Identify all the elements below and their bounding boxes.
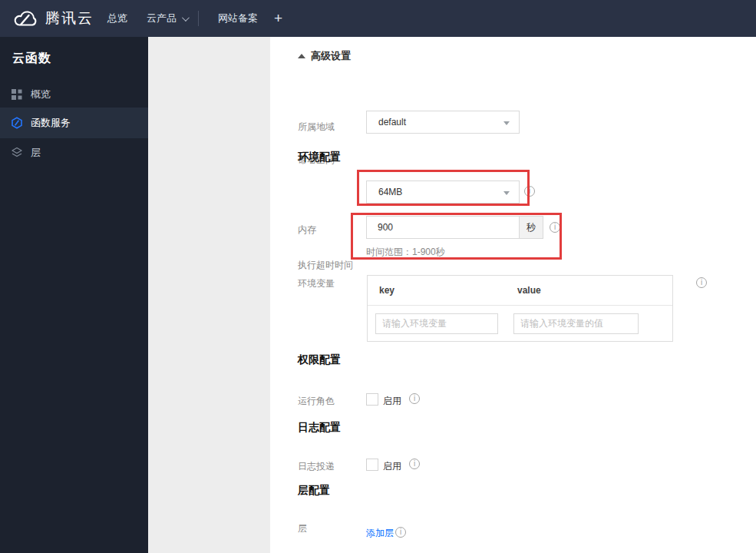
timeout-input-group: 秒	[366, 216, 543, 239]
grid-overview-icon	[11, 88, 23, 101]
tencent-cloud-logo-icon	[12, 8, 38, 28]
nav-overview-label: 总览	[107, 12, 127, 25]
log-enable-checkbox[interactable]	[366, 459, 378, 471]
timeout-unit: 秒	[520, 216, 543, 239]
env-vars-info-icon[interactable]: i	[696, 277, 707, 288]
dropdown-caret-icon	[503, 121, 510, 125]
layer-info-icon[interactable]: i	[395, 527, 406, 538]
env-key-input[interactable]	[375, 313, 498, 334]
nav-divider	[198, 11, 199, 26]
timeout-label: 执行超时时间	[298, 259, 353, 272]
namespace-select-value: default	[378, 117, 406, 127]
section-log-config: 日志配置	[298, 421, 341, 435]
sidebar-item-label: 概览	[31, 88, 51, 101]
top-navbar: 腾讯云 总览 云产品 网站备案 +	[0, 0, 756, 37]
dropdown-caret-icon	[503, 191, 510, 195]
timeout-hint: 时间范围：1-900秒	[366, 246, 445, 259]
plus-icon: +	[274, 10, 282, 27]
secondary-panel	[148, 37, 270, 553]
sidebar-item-layers[interactable]: 层	[0, 138, 148, 167]
add-layer-link[interactable]: 添加层	[366, 527, 394, 540]
nav-cloud-products[interactable]: 云产品	[147, 0, 187, 37]
sidebar-item-label: 函数服务	[31, 116, 71, 130]
log-delivery-label: 日志投递	[298, 460, 335, 473]
layers-icon	[11, 147, 23, 159]
memory-info-icon[interactable]: i	[524, 186, 535, 197]
env-value-header: value	[517, 285, 541, 296]
region-label: 所属地域	[298, 121, 335, 134]
sidebar-item-function-service[interactable]: 函数服务	[0, 108, 148, 138]
nav-icp-filing[interactable]: 网站备案	[218, 0, 258, 37]
memory-select[interactable]: 64MB	[366, 180, 520, 204]
section-layer-config: 层配置	[298, 484, 330, 498]
brand-name: 腾讯云	[45, 8, 94, 28]
nav-overview[interactable]: 总览	[107, 0, 127, 37]
nav-cloud-products-label: 云产品	[147, 12, 177, 25]
section-environment-config: 环境配置	[298, 151, 341, 164]
sidebar-item-overview[interactable]: 概览	[0, 80, 148, 109]
page: 腾讯云 总览 云产品 网站备案 + 云函数 概览	[0, 0, 756, 553]
triangle-up-icon	[298, 54, 305, 58]
role-enable-checkbox[interactable]	[366, 393, 378, 406]
log-info-icon[interactable]: i	[409, 459, 420, 469]
env-value-input[interactable]	[513, 313, 639, 334]
advanced-settings-toggle[interactable]: 高级设置	[298, 49, 351, 63]
env-vars-input-row	[368, 306, 672, 341]
role-enable-label: 启用	[383, 395, 401, 408]
nav-icp-filing-label: 网站备案	[218, 12, 258, 25]
log-enable-label: 启用	[383, 460, 401, 473]
main-content: 高级设置 所属地域 广州 命名空间 default 环境配置 内存 64MB i…	[270, 37, 756, 553]
advanced-settings-label: 高级设置	[311, 49, 351, 63]
env-vars-header-row: key value	[368, 276, 672, 306]
left-sidebar: 云函数 概览 函数服务 层	[0, 37, 148, 553]
env-vars-table: key value	[367, 275, 673, 342]
brand[interactable]: 腾讯云	[12, 0, 94, 37]
nav-add-button[interactable]: +	[274, 0, 282, 37]
timeout-info-icon[interactable]: i	[550, 222, 560, 233]
layer-label: 层	[298, 522, 307, 535]
role-label: 运行角色	[298, 395, 335, 408]
memory-select-value: 64MB	[378, 187, 402, 197]
sidebar-item-label: 层	[31, 146, 41, 160]
role-info-icon[interactable]: i	[409, 393, 420, 404]
sidebar-title: 云函数	[12, 51, 51, 67]
namespace-select[interactable]: default	[366, 111, 520, 134]
section-permission-config: 权限配置	[298, 353, 341, 367]
memory-label: 内存	[298, 224, 316, 237]
timeout-input[interactable]	[366, 216, 520, 239]
env-vars-label: 环境变量	[298, 277, 335, 290]
hexagon-function-icon	[11, 117, 23, 129]
env-key-header: key	[379, 285, 517, 296]
chevron-down-icon	[182, 14, 190, 22]
